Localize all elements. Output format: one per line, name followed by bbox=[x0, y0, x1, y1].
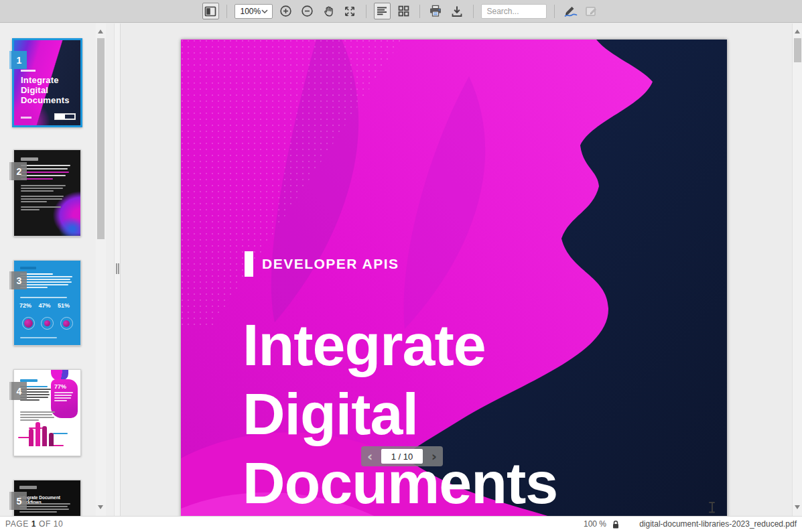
zoom-out-icon bbox=[301, 5, 314, 17]
thumbnail-1-logo bbox=[54, 113, 76, 120]
sidebar-scrollbar-thumb[interactable] bbox=[97, 38, 105, 239]
sidebar-resize-divider bbox=[114, 23, 121, 516]
sidebar-toggle-icon bbox=[204, 6, 216, 17]
thumbnail-3-stat-value: 51% bbox=[58, 302, 70, 309]
thumbnail-3-stat-value: 72% bbox=[19, 302, 31, 309]
thumbnail-4-number: 4 bbox=[17, 386, 22, 397]
toolbar: 100% bbox=[0, 0, 802, 23]
previous-page-icon[interactable]: ‹ bbox=[367, 450, 373, 463]
thumbnail-4-number-badge: 4 bbox=[9, 382, 27, 400]
sidebar-scrollbar[interactable] bbox=[96, 23, 106, 516]
thumbnail-1-title: Integrate Digital Documents bbox=[21, 75, 70, 105]
thumbnail-sidebar: Integrate Digital Documents 1 bbox=[0, 23, 114, 516]
print-icon bbox=[429, 5, 442, 17]
thumbnail-3-number-badge: 3 bbox=[9, 271, 27, 289]
chevron-down-icon bbox=[261, 9, 268, 13]
page-indicator-prefix: PAGE bbox=[5, 519, 29, 529]
grid-view-button[interactable] bbox=[395, 3, 412, 19]
grid-view-icon bbox=[398, 5, 409, 17]
zoom-in-icon bbox=[279, 5, 292, 17]
fullscreen-button[interactable] bbox=[342, 3, 358, 19]
next-page-icon[interactable]: › bbox=[431, 450, 437, 463]
cover-title: Integrate Digital Documents bbox=[243, 310, 557, 516]
toolbar-separator bbox=[554, 5, 555, 18]
thumbnail-1-number: 1 bbox=[17, 55, 22, 66]
thumbnail-3-stats: 72% 47% 51% bbox=[19, 302, 75, 330]
status-bar: PAGE 1 OF 10 100 % digital-document-libr… bbox=[0, 516, 802, 532]
eyebrow-text: DEVELOPER APIS bbox=[262, 256, 399, 272]
page-indicator-current: 1 bbox=[31, 519, 36, 529]
hand-tool-button[interactable] bbox=[320, 3, 337, 19]
sidebar-scroll-up-icon[interactable] bbox=[98, 29, 103, 34]
zoom-out-button[interactable] bbox=[299, 3, 316, 19]
thumbnail-1-title-line: Digital bbox=[21, 85, 70, 95]
page-indicator-suffix: OF 10 bbox=[39, 519, 63, 529]
print-button[interactable] bbox=[427, 3, 444, 19]
zoom-in-button[interactable] bbox=[277, 3, 294, 19]
form-edit-icon bbox=[585, 5, 598, 17]
continuous-view-icon bbox=[377, 6, 387, 17]
download-icon bbox=[451, 5, 463, 17]
thumbnail-3-number: 3 bbox=[17, 275, 22, 286]
zoom-level-value: 100% bbox=[241, 7, 261, 16]
thumbnail-3-donut-chart bbox=[22, 317, 35, 330]
main-scroll-up-icon[interactable] bbox=[795, 29, 800, 34]
thumbnail-2-number: 2 bbox=[17, 166, 22, 177]
signature-pen-icon bbox=[563, 5, 578, 17]
search-input[interactable] bbox=[481, 4, 547, 19]
thumbnail-5-number: 5 bbox=[17, 496, 22, 507]
thumbnail-3-donut-chart bbox=[41, 317, 54, 330]
toolbar-separator bbox=[366, 5, 366, 18]
page-navigation-pill: ‹ › bbox=[361, 446, 443, 466]
document-filename: digital-document-libraries-2023_reduced.… bbox=[639, 519, 797, 529]
page-number-input[interactable] bbox=[381, 449, 423, 464]
form-edit-button[interactable] bbox=[584, 3, 600, 19]
document-viewer[interactable]: DEVELOPER APIS Integrate Digital Documen… bbox=[121, 23, 792, 516]
zoom-lock-icon bbox=[612, 520, 620, 531]
main-scrollbar[interactable] bbox=[792, 23, 802, 516]
cover-title-line: Digital bbox=[243, 379, 557, 448]
sidebar-resize-handle[interactable] bbox=[116, 263, 119, 274]
sidebar-toggle-button[interactable] bbox=[202, 3, 219, 19]
thumbnail-1-number-badge: 1 bbox=[9, 51, 27, 69]
thumbnail-4-bar-chart bbox=[29, 422, 54, 446]
statusbar-zoom-value: 100 % bbox=[584, 519, 606, 529]
thumbnail-3-stat-value: 47% bbox=[39, 302, 51, 309]
hand-tool-icon bbox=[322, 5, 335, 17]
cover-eyebrow: DEVELOPER APIS bbox=[245, 251, 399, 277]
continuous-view-button[interactable] bbox=[374, 3, 391, 19]
sidebar-scroll-down-icon[interactable] bbox=[98, 505, 103, 509]
main-scroll-down-icon[interactable] bbox=[795, 505, 800, 509]
zoom-level-select[interactable]: 100% bbox=[235, 4, 273, 19]
thumbnail-1-title-line: Integrate bbox=[21, 75, 70, 85]
fullscreen-icon bbox=[344, 5, 356, 17]
pdf-page: DEVELOPER APIS Integrate Digital Documen… bbox=[181, 40, 727, 516]
thumbnail-1-footer-text bbox=[21, 117, 31, 119]
thumbnail-4-stat-value: 77% bbox=[54, 383, 75, 390]
download-button[interactable] bbox=[449, 3, 466, 19]
page-indicator: PAGE 1 OF 10 bbox=[5, 519, 63, 529]
toolbar-separator bbox=[473, 5, 474, 18]
main-scrollbar-thumb[interactable] bbox=[794, 38, 801, 62]
cover-title-line: Integrate bbox=[243, 310, 557, 379]
thumbnail-5-number-badge: 5 bbox=[9, 492, 27, 510]
eyebrow-bar bbox=[245, 251, 253, 277]
thumbnail-3-donut-chart bbox=[60, 317, 73, 330]
toolbar-separator bbox=[226, 5, 227, 18]
signature-button[interactable] bbox=[562, 3, 579, 19]
thumbnail-2-number-badge: 2 bbox=[9, 162, 27, 180]
thumbnail-1-title-line: Documents bbox=[21, 95, 70, 105]
toolbar-separator bbox=[419, 5, 420, 18]
thumbnail-1-eyebrow-bar bbox=[21, 70, 36, 72]
